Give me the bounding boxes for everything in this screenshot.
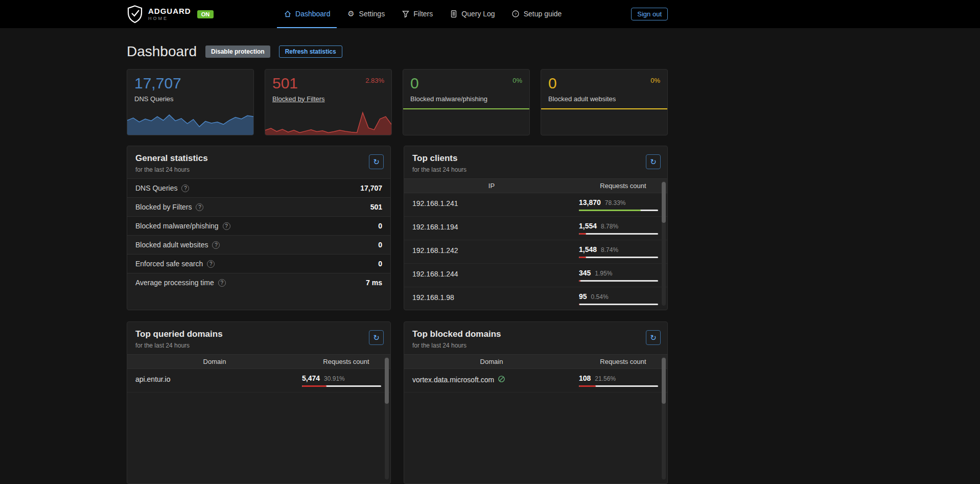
row-value: 7 ms	[366, 279, 382, 287]
refresh-panel-button[interactable]: ↻	[646, 154, 661, 169]
blocked-malware-flatline	[403, 108, 529, 109]
table-row: Average processing time? 7 ms	[127, 273, 390, 292]
dns-queries-sparkline	[127, 111, 253, 135]
filter-funnel-icon	[401, 9, 410, 18]
column-header-requests: Requests count	[302, 355, 390, 368]
stat-card-blocked-malware: 0 Blocked malware/phishing 0%	[403, 69, 530, 135]
row-label: Blocked by Filters	[135, 203, 192, 211]
refresh-panel-button[interactable]: ↻	[646, 330, 661, 345]
request-percent: 78.33%	[605, 199, 626, 206]
client-ip[interactable]: 192.168.1.242	[404, 245, 579, 255]
column-header-requests: Requests count	[579, 355, 667, 368]
nav-filters[interactable]: Filters	[395, 0, 439, 28]
blocked-adult-label: Blocked adult websites	[548, 95, 616, 103]
main-nav: Dashboard ⚙ Settings Filters	[214, 0, 631, 28]
top-navbar: ADGUARD HOME ON Dashboard ⚙ Settings	[0, 0, 980, 28]
blocked-filters-percent: 2.83%	[365, 75, 384, 103]
table-row: vortex.data.microsoft.com 10821.56%	[404, 369, 667, 393]
table-header: IP Requests count	[404, 178, 667, 193]
blocked-malware-value: 0	[410, 75, 487, 93]
stat-cards-row: 17,707 DNS Queries 501 Blocked by Filter…	[127, 69, 668, 135]
tracker-blocked-icon[interactable]	[498, 375, 505, 384]
refresh-statistics-button[interactable]: Refresh statistics	[279, 45, 342, 58]
refresh-panel-button[interactable]: ↻	[369, 154, 384, 169]
disable-protection-button[interactable]: Disable protection	[205, 45, 270, 58]
nav-settings[interactable]: ⚙ Settings	[341, 0, 391, 28]
sign-out-button[interactable]: Sign out	[631, 8, 668, 20]
table-row: DNS Queries? 17,707	[127, 178, 390, 197]
row-value: 0	[378, 241, 382, 249]
queried-domain[interactable]: api.entur.io	[127, 374, 302, 383]
help-icon[interactable]: ?	[207, 260, 215, 268]
table-row: Blocked adult websites? 0	[127, 235, 390, 254]
nav-query-log[interactable]: Query Log	[443, 0, 501, 28]
help-icon[interactable]: ?	[181, 185, 189, 192]
progress-bar	[579, 280, 658, 282]
refresh-icon: ↻	[650, 157, 657, 167]
scrollbar-track[interactable]	[662, 357, 666, 479]
svg-text:?: ?	[515, 11, 517, 16]
request-percent: 8.74%	[601, 246, 618, 253]
panel-title: Top blocked domains	[412, 329, 659, 339]
refresh-icon: ↻	[650, 333, 657, 342]
panel-subtitle: for the last 24 hours	[412, 166, 659, 173]
panel-subtitle: for the last 24 hours	[412, 342, 659, 349]
help-icon[interactable]: ?	[223, 222, 230, 230]
scrollbar-thumb[interactable]	[662, 182, 666, 223]
table-row: 192.168.1.244 3451.95%	[404, 264, 667, 287]
client-ip[interactable]: 192.168.1.98	[404, 292, 579, 302]
column-header-requests: Requests count	[579, 179, 667, 193]
top-blocked-domains-panel: Top blocked domains for the last 24 hour…	[404, 321, 668, 484]
request-count: 108	[579, 374, 591, 382]
row-label: Enforced safe search	[135, 260, 203, 268]
row-label: Blocked adult websites	[135, 241, 208, 249]
progress-bar	[579, 233, 658, 235]
brand-sub: HOME	[148, 16, 191, 21]
dns-queries-value: 17,707	[134, 75, 181, 93]
stat-card-blocked-by-filters: 501 Blocked by Filters 2.83%	[265, 69, 392, 135]
nav-label: Setup guide	[524, 10, 562, 18]
adguard-home-brand[interactable]: ADGUARD HOME ON	[127, 5, 214, 24]
table-row: 192.168.1.241 13,87078.33%	[404, 193, 667, 217]
row-label: Blocked malware/phishing	[135, 222, 219, 230]
blocked-filters-link[interactable]: Blocked by Filters	[272, 95, 325, 103]
adguard-shield-logo-icon	[127, 5, 143, 24]
scrollbar-track[interactable]	[385, 357, 389, 479]
query-log-document-icon	[449, 9, 458, 18]
column-header-domain: Domain	[404, 355, 579, 368]
blocked-filters-sparkline	[265, 111, 391, 135]
table-row: api.entur.io 5,47430.91%	[127, 369, 390, 393]
request-count: 1,548	[579, 245, 597, 253]
help-icon[interactable]: ?	[212, 241, 220, 249]
nav-dashboard[interactable]: Dashboard	[277, 0, 337, 28]
scrollbar-thumb[interactable]	[662, 358, 666, 404]
nav-setup-guide[interactable]: ? Setup guide	[505, 0, 568, 28]
column-header-ip: IP	[404, 179, 579, 193]
brand-name: ADGUARD	[148, 7, 191, 15]
blocked-adult-value: 0	[548, 75, 616, 93]
request-count: 5,474	[302, 374, 320, 382]
request-count: 1,554	[579, 222, 597, 230]
blocked-filters-value: 501	[272, 75, 325, 93]
client-ip[interactable]: 192.168.1.244	[404, 269, 579, 278]
help-icon[interactable]: ?	[218, 279, 226, 287]
client-ip[interactable]: 192.168.1.194	[404, 222, 579, 231]
refresh-panel-button[interactable]: ↻	[369, 330, 384, 345]
blocked-domain[interactable]: vortex.data.microsoft.com	[412, 376, 494, 384]
top-queried-domains-panel: Top queried domains for the last 24 hour…	[127, 321, 391, 484]
row-value: 0	[378, 222, 382, 230]
nav-label: Filters	[413, 10, 433, 18]
client-ip[interactable]: 192.168.1.241	[404, 198, 579, 208]
top-clients-table: 192.168.1.241 13,87078.33% 192.168.1.194…	[404, 193, 667, 310]
top-clients-panel: Top clients for the last 24 hours ↻ IP R…	[404, 146, 668, 310]
scrollbar-track[interactable]	[662, 181, 666, 306]
scrollbar-thumb[interactable]	[385, 358, 389, 404]
help-icon[interactable]: ?	[196, 203, 203, 211]
general-statistics-panel: General statistics for the last 24 hours…	[127, 146, 391, 310]
progress-bar	[579, 257, 658, 258]
row-label: Average processing time	[135, 279, 214, 287]
table-header: Domain Requests count	[127, 354, 390, 369]
refresh-icon: ↻	[373, 333, 380, 342]
row-value: 0	[378, 260, 382, 268]
stat-card-dns-queries: 17,707 DNS Queries	[127, 69, 254, 135]
